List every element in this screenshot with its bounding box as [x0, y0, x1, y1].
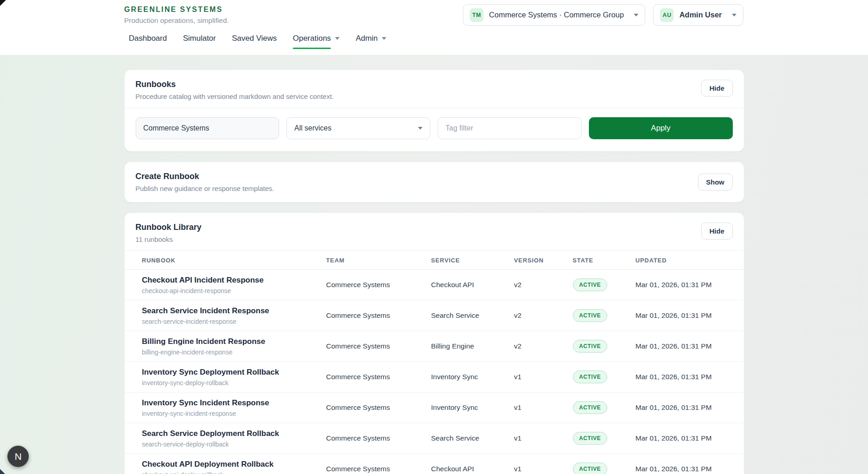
chevron-down-icon: [335, 37, 340, 40]
chevron-down-icon: [634, 14, 638, 16]
library-title: Runbook Library: [136, 223, 202, 232]
runbook-slug: search-service-incident-response: [142, 318, 326, 325]
runbook-title: Search Service Incident Response: [142, 306, 326, 316]
updated-cell: Mar 01, 2026, 01:31 PM: [636, 311, 726, 320]
team-cell: Commerce Systems: [326, 281, 431, 289]
corner-accent-top-left: [0, 0, 6, 6]
updated-cell: Mar 01, 2026, 01:31 PM: [636, 434, 726, 442]
library-hide-button[interactable]: Hide: [701, 223, 733, 240]
page-content: Runbooks Procedure catalog with versione…: [0, 55, 868, 474]
status-badge: ACTIVE: [573, 278, 608, 291]
version-cell: v1: [514, 403, 573, 412]
runbook-title: Billing Engine Incident Response: [142, 337, 326, 346]
nav-item-simulator[interactable]: Simulator: [183, 34, 216, 51]
service-filter-value: All services: [294, 124, 331, 132]
brand-name: GREENLINE SYSTEMS: [124, 5, 229, 14]
runbooks-panel-subtitle: Procedure catalog with versioned markdow…: [136, 93, 334, 100]
column-header-service: SERVICE: [431, 257, 514, 264]
service-cell: Inventory Sync: [431, 373, 514, 381]
team-filter-input[interactable]: [136, 117, 280, 139]
create-show-button[interactable]: Show: [698, 174, 733, 191]
table-row[interactable]: Inventory Sync Deployment Rollback inven…: [125, 362, 744, 392]
version-cell: v1: [514, 465, 573, 473]
nav-item-admin[interactable]: Admin: [356, 34, 386, 51]
updated-cell: Mar 01, 2026, 01:31 PM: [636, 342, 726, 350]
team-cell: Commerce Systems: [326, 311, 431, 320]
runbook-slug: billing-engine-incident-response: [142, 349, 326, 356]
create-runbook-panel: Create Runbook Publish new guidance or r…: [124, 162, 744, 202]
chevron-down-icon: [732, 14, 736, 16]
runbook-title: Search Service Deployment Rollback: [142, 429, 326, 438]
table-row[interactable]: Checkout API Incident Response checkout-…: [125, 270, 744, 300]
app-header: GREENLINE SYSTEMS Production operations,…: [0, 0, 868, 55]
status-badge: ACTIVE: [573, 432, 608, 445]
nav-item-operations[interactable]: Operations: [293, 34, 340, 51]
table-row[interactable]: Search Service Incident Response search-…: [125, 300, 744, 331]
service-cell: Inventory Sync: [431, 403, 514, 412]
column-header-team: TEAM: [326, 257, 431, 264]
column-header-updated: UPDATED: [636, 257, 726, 264]
runbooks-panel: Runbooks Procedure catalog with versione…: [124, 70, 744, 152]
version-cell: v1: [514, 373, 573, 381]
user-menu[interactable]: AU Admin User: [653, 4, 743, 26]
chevron-down-icon: [382, 37, 386, 40]
service-cell: Billing Engine: [431, 342, 514, 350]
team-cell: Commerce Systems: [326, 342, 431, 350]
updated-cell: Mar 01, 2026, 01:31 PM: [636, 465, 726, 473]
corner-accent-bottom-left: [0, 469, 5, 474]
brand-tagline: Production operations, simplified.: [124, 16, 229, 25]
nav-item-dashboard[interactable]: Dashboard: [129, 34, 167, 51]
team-selector[interactable]: TM Commerce Systems · Commerce Group: [463, 4, 645, 26]
column-header-version: VERSION: [514, 257, 573, 264]
runbook-title: Checkout API Incident Response: [142, 276, 326, 285]
apply-button[interactable]: Apply: [589, 117, 733, 139]
team-cell: Commerce Systems: [326, 465, 431, 473]
user-menu-label: Admin User: [679, 11, 722, 19]
version-cell: v2: [514, 311, 573, 320]
tag-filter-input[interactable]: [438, 117, 582, 139]
updated-cell: Mar 01, 2026, 01:31 PM: [636, 403, 726, 412]
team-cell: Commerce Systems: [326, 434, 431, 442]
user-avatar-badge: AU: [660, 8, 674, 22]
runbook-title: Checkout API Deployment Rollback: [142, 460, 326, 469]
floating-action-button[interactable]: N: [7, 446, 29, 467]
runbooks-hide-button[interactable]: Hide: [701, 80, 733, 97]
chevron-down-icon: [418, 127, 423, 130]
runbook-slug: search-service-deploy-rollback: [142, 441, 326, 448]
team-badge: TM: [470, 8, 483, 22]
team-cell: Commerce Systems: [326, 373, 431, 381]
version-cell: v2: [514, 281, 573, 289]
version-cell: v2: [514, 342, 573, 350]
runbook-slug: checkout-api-deploy-rollback: [142, 471, 326, 474]
floating-button-label: N: [15, 451, 22, 462]
service-cell: Search Service: [431, 434, 514, 442]
table-row[interactable]: Search Service Deployment Rollback searc…: [125, 423, 744, 454]
library-count: 11 runbooks: [136, 235, 202, 243]
create-panel-title: Create Runbook: [136, 172, 275, 181]
service-filter-select[interactable]: All services: [286, 117, 430, 139]
table-row[interactable]: Inventory Sync Incident Response invento…: [125, 392, 744, 423]
column-header-state: STATE: [573, 257, 636, 264]
brand-block: GREENLINE SYSTEMS Production operations,…: [124, 5, 229, 25]
runbook-slug: inventory-sync-deploy-rollback: [142, 379, 326, 387]
main-nav: Dashboard Simulator Saved Views Operatio…: [129, 34, 386, 51]
column-header-runbook: RUNBOOK: [142, 257, 326, 264]
service-cell: Search Service: [431, 311, 514, 320]
runbook-library-panel: Runbook Library 11 runbooks Hide RUNBOOK…: [124, 212, 744, 474]
service-cell: Checkout API: [431, 465, 514, 473]
status-badge: ACTIVE: [573, 370, 608, 383]
runbooks-filter-row: All services Apply: [125, 108, 744, 151]
table-row[interactable]: Checkout API Deployment Rollback checkou…: [125, 454, 744, 474]
service-cell: Checkout API: [431, 281, 514, 289]
nav-item-saved-views[interactable]: Saved Views: [232, 34, 277, 51]
create-panel-subtitle: Publish new guidance or response templat…: [136, 185, 275, 192]
runbook-title: Inventory Sync Incident Response: [142, 398, 326, 408]
table-header-row: RUNBOOK TEAM SERVICE VERSION STATE UPDAT…: [125, 251, 744, 270]
version-cell: v1: [514, 434, 573, 442]
status-badge: ACTIVE: [573, 340, 608, 353]
updated-cell: Mar 01, 2026, 01:31 PM: [636, 281, 726, 289]
team-selector-label: Commerce Systems · Commerce Group: [489, 11, 624, 19]
status-badge: ACTIVE: [573, 309, 608, 322]
table-row[interactable]: Billing Engine Incident Response billing…: [125, 331, 744, 362]
status-badge: ACTIVE: [573, 463, 608, 474]
